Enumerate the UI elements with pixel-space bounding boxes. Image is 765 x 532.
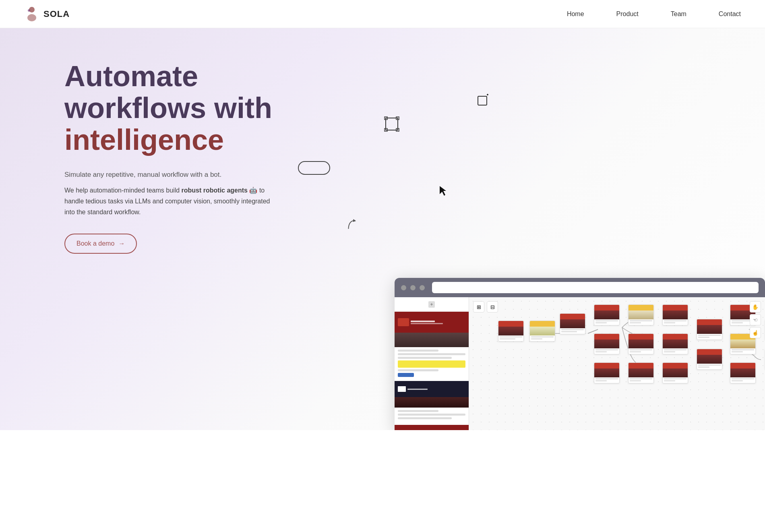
wf-node-7a bbox=[697, 319, 722, 340]
wf-node-5a bbox=[628, 304, 654, 325]
wf-node-4b bbox=[594, 333, 620, 354]
wf-node-2 bbox=[529, 321, 555, 342]
hero-title-line3: intelligence bbox=[64, 124, 224, 156]
wf-node-6a bbox=[662, 304, 688, 325]
hero-description: We help automation-minded teams build ro… bbox=[64, 185, 282, 218]
touch-tool-btn[interactable]: ☜ bbox=[750, 314, 761, 325]
hero-subtitle: Simulate any repetitive, manual workflow… bbox=[64, 169, 282, 180]
book-demo-arrow: → bbox=[118, 240, 125, 247]
hero-desc-bold: robust robotic agents 🤖 bbox=[182, 187, 258, 194]
grid-tool-btn[interactable]: ⊟ bbox=[487, 301, 498, 313]
left-panel-header: + bbox=[395, 297, 469, 312]
add-box-icon bbox=[477, 94, 489, 109]
web-sim-block-2 bbox=[395, 381, 469, 423]
browser-content: + bbox=[395, 297, 765, 430]
logo-area: SOLA bbox=[24, 6, 70, 22]
web-sim-img-1 bbox=[395, 333, 469, 347]
wf-node-3 bbox=[560, 313, 585, 334]
nav-contact[interactable]: Contact bbox=[719, 10, 741, 18]
nav-product[interactable]: Product bbox=[616, 10, 639, 18]
nav-team[interactable]: Team bbox=[671, 10, 686, 18]
svg-rect-7 bbox=[396, 128, 399, 131]
web-sim-btn-1 bbox=[398, 373, 414, 377]
web-sim-header-2 bbox=[395, 381, 469, 397]
wf-node-7b bbox=[697, 349, 722, 370]
logo-icon bbox=[24, 6, 39, 22]
finger-tool-btn[interactable]: ☝ bbox=[750, 327, 761, 338]
logo-text: SOLA bbox=[43, 9, 70, 19]
hero-content: Automate workflows with intelligence Sim… bbox=[0, 60, 282, 254]
web-sim-header-1 bbox=[395, 312, 469, 333]
wf-node-4a bbox=[594, 304, 620, 325]
svg-rect-5 bbox=[396, 117, 399, 120]
hero-title: Automate workflows with intelligence bbox=[64, 60, 282, 156]
web-sim-header-3 bbox=[395, 425, 469, 430]
browser-url-bar bbox=[432, 282, 759, 293]
browser-window: + bbox=[395, 278, 765, 430]
browser-dot-2 bbox=[410, 285, 416, 290]
web-sim-content-1 bbox=[395, 347, 469, 379]
nav-links: Home Product Team Contact bbox=[567, 10, 741, 18]
left-panel: + bbox=[395, 297, 469, 430]
canvas-toolbar: ⊞ ⊟ bbox=[473, 301, 498, 313]
navbar: SOLA Home Product Team Contact bbox=[0, 0, 765, 28]
svg-rect-8 bbox=[478, 96, 487, 105]
hero-title-line2: workflows with bbox=[64, 92, 272, 124]
browser-dot-3 bbox=[420, 285, 425, 290]
svg-rect-6 bbox=[385, 128, 387, 131]
wf-node-6b bbox=[662, 333, 688, 354]
selection-handles-icon bbox=[382, 115, 401, 133]
cursor-icon bbox=[439, 185, 449, 199]
pill-shape-icon bbox=[298, 161, 330, 175]
add-node-btn[interactable]: + bbox=[428, 301, 435, 308]
canvas-tool-right: ✋ ☜ ☝ bbox=[750, 301, 761, 338]
wf-node-5c bbox=[628, 362, 654, 383]
svg-point-1 bbox=[27, 14, 36, 21]
book-demo-label: Book a demo bbox=[76, 240, 114, 247]
web-sim-content-2 bbox=[395, 408, 469, 423]
hand-tool-btn[interactable]: ✋ bbox=[750, 301, 761, 313]
browser-dot-1 bbox=[401, 285, 406, 290]
svg-point-2 bbox=[28, 9, 30, 12]
svg-rect-3 bbox=[386, 118, 398, 130]
hero-title-line1: Automate bbox=[64, 60, 198, 92]
curved-arrow-icon bbox=[345, 215, 362, 235]
workflow-canvas: ⊞ ⊟ ✋ ☜ ☝ bbox=[469, 297, 765, 430]
hero-desc-plain: We help automation-minded teams build bbox=[64, 187, 182, 194]
web-sim-block-3 bbox=[395, 425, 469, 430]
wf-node-4c bbox=[594, 362, 620, 383]
nav-home[interactable]: Home bbox=[567, 10, 584, 18]
browser-bar bbox=[395, 278, 765, 297]
svg-rect-4 bbox=[385, 117, 387, 120]
wf-canvas bbox=[469, 297, 765, 430]
wf-node-5b bbox=[628, 333, 654, 354]
hero-section: Automate workflows with intelligence Sim… bbox=[0, 28, 765, 430]
wf-node-1 bbox=[498, 321, 524, 342]
book-demo-button[interactable]: Book a demo → bbox=[64, 234, 137, 254]
wf-node-6c bbox=[662, 362, 688, 383]
web-sim-img-2 bbox=[395, 397, 469, 408]
frame-tool-btn[interactable]: ⊞ bbox=[473, 301, 484, 313]
wf-node-8c bbox=[730, 362, 756, 383]
web-sim-block-1 bbox=[395, 312, 469, 379]
